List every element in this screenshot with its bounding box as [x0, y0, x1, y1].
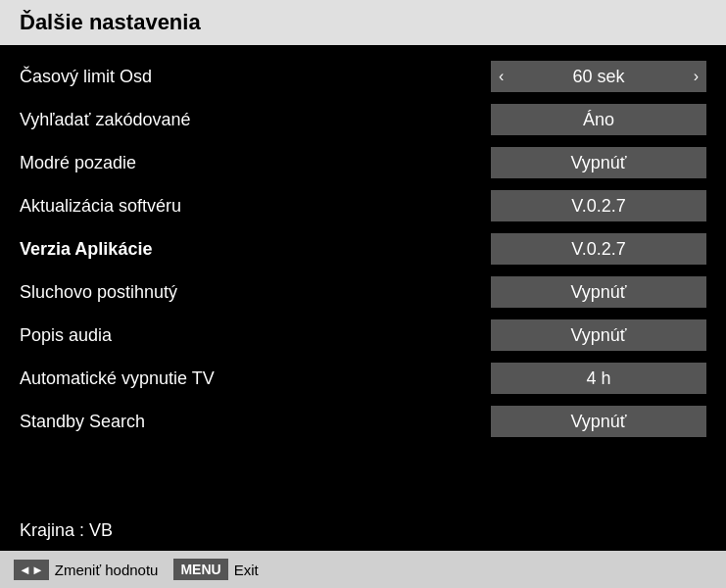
content-area: Časový limit Osd‹60 sek›Vyhľadať zakódov…	[0, 45, 726, 506]
menu-row: Popis audiaVypnúť	[20, 314, 706, 357]
menu-button-label: MENU	[180, 562, 220, 577]
left-arrow-icon: ◄	[19, 563, 31, 577]
menu-row-label: Automatické vypnutie TV	[20, 368, 491, 389]
footer-region: Krajina : VB	[0, 506, 726, 551]
menu-row-label: Modré pozadie	[20, 153, 491, 173]
menu-button-indicator[interactable]: MENU	[173, 559, 227, 580]
menu-row: Automatické vypnutie TV4 h	[20, 357, 706, 400]
change-value-label: Zmeniť hodnotu	[55, 562, 159, 578]
right-arrow-button[interactable]: ›	[694, 68, 699, 85]
menu-row-value[interactable]: ‹60 sek›	[491, 61, 706, 92]
menu-row-label: Popis audia	[20, 325, 491, 346]
menu-row-label: Standby Search	[20, 412, 491, 432]
menu-row: Sluchovo postihnutýVypnúť	[20, 270, 706, 314]
menu-row-value: V.0.2.7	[491, 233, 706, 265]
menu-rows: Časový limit Osd‹60 sek›Vyhľadať zakódov…	[20, 55, 706, 443]
country-line: Krajina : VB	[20, 515, 706, 546]
title-bar: Ďalšie nastavenia	[0, 0, 726, 45]
menu-row: Vyhľadať zakódovanéÁno	[20, 98, 706, 141]
right-arrow-icon: ►	[31, 563, 44, 577]
menu-row: Aktualizácia softvéruV.0.2.7	[20, 184, 706, 227]
menu-row: Modré pozadieVypnúť	[20, 141, 706, 184]
arrow-keys-indicator: ◄ ►	[14, 560, 49, 580]
value-text: 60 sek	[504, 67, 693, 87]
menu-row-value: Vypnúť	[491, 147, 706, 178]
menu-row-value: Vypnúť	[491, 319, 706, 351]
menu-row-label: Aktualizácia softvéru	[20, 196, 491, 217]
menu-row-label: Sluchovo postihnutý	[20, 282, 491, 303]
page-title: Ďalšie nastavenia	[20, 10, 201, 34]
menu-row-value: Vypnúť	[491, 406, 706, 437]
menu-row-label: Vyhľadať zakódované	[20, 110, 491, 130]
menu-row: Verzia AplikácieV.0.2.7	[20, 227, 706, 270]
exit-label: Exit	[234, 562, 259, 578]
bottom-bar: ◄ ► Zmeniť hodnotu MENU Exit	[0, 551, 726, 588]
menu-row: Standby SearchVypnúť	[20, 400, 706, 443]
menu-row-value: Áno	[491, 104, 706, 135]
menu-row-label: Časový limit Osd	[20, 67, 491, 87]
menu-row-label: Verzia Aplikácie	[20, 239, 491, 260]
menu-row-value: 4 h	[491, 363, 706, 394]
menu-row-value: V.0.2.7	[491, 190, 706, 221]
menu-row: Časový limit Osd‹60 sek›	[20, 55, 706, 98]
menu-row-value: Vypnúť	[491, 276, 706, 308]
country-label: Krajina : VB	[20, 520, 113, 540]
screen: Ďalšie nastavenia Časový limit Osd‹60 se…	[0, 0, 726, 588]
